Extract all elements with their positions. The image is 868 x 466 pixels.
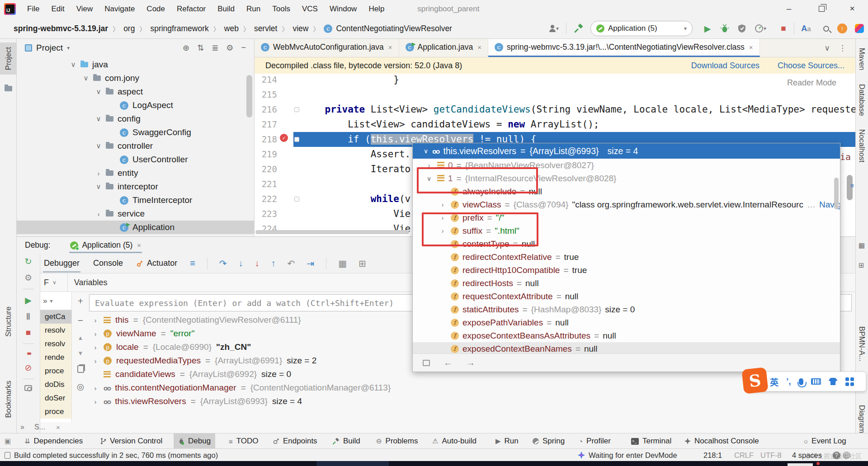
- tool-tab-bpmn[interactable]: BPMN-A...: [856, 326, 868, 362]
- tree-item-aspect[interactable]: ∨aspect: [17, 85, 254, 99]
- popup-row-contenttype[interactable]: contentType = null: [413, 237, 840, 250]
- popup-row-exposepathvariables[interactable]: exposePathVariables = null: [413, 316, 840, 329]
- menu-help[interactable]: Help: [363, 2, 390, 16]
- menu-vcs[interactable]: VCS: [296, 2, 324, 16]
- tree-item-application[interactable]: ▶Application: [17, 221, 254, 234]
- fold-marker[interactable]: [294, 137, 299, 142]
- tree-item-logaspect[interactable]: LogAspect: [17, 99, 254, 112]
- popup-row-suffix[interactable]: ›suffix = ".html": [413, 224, 840, 237]
- step-into-button[interactable]: ↓: [239, 258, 243, 268]
- variables-tab[interactable]: Variables: [74, 278, 108, 287]
- editor-hscrollbar-thumb[interactable]: [255, 230, 409, 234]
- popup-row-staticattributes[interactable]: staticAttributes = {HashMap@8033}size = …: [413, 303, 840, 316]
- stack-frame[interactable]: proce: [40, 364, 71, 378]
- tab-application[interactable]: ▶Application.java×: [399, 39, 488, 57]
- update-button[interactable]: ↑: [835, 21, 849, 36]
- menu-edit[interactable]: Edit: [45, 2, 70, 16]
- watch-contentnegotiationmanager[interactable]: ›this.contentNegotiationManager = {Conte…: [89, 381, 852, 395]
- fold-marker[interactable]: [294, 197, 299, 202]
- line-separator-indicator[interactable]: CRLF: [734, 449, 754, 461]
- choose-sources-link[interactable]: Choose Sources...: [778, 61, 844, 71]
- tab-contentnegotiatingviewresolver[interactable]: spring-webmvc-5.3.19.jar!\...\ContentNeg…: [488, 39, 760, 57]
- tree-item-java[interactable]: ∨java: [17, 58, 254, 71]
- set-value-icon[interactable]: [423, 360, 430, 366]
- popup-row-redirecthttp10compatible[interactable]: redirectHttp10Compatible = true: [413, 264, 840, 277]
- inspection-stripe-mark[interactable]: ≡: [850, 182, 854, 189]
- chevron-down-icon[interactable]: ▾: [67, 45, 70, 51]
- hide-panel-button[interactable]: −: [241, 43, 246, 53]
- debug-session-tab[interactable]: Application (5) ×: [69, 239, 142, 252]
- tool-tab-maven[interactable]: Maven: [856, 48, 868, 71]
- mute-breakpoints-button[interactable]: ⊘: [25, 362, 32, 373]
- commander-icon[interactable]: [5, 85, 12, 94]
- stop-button[interactable]: ■: [777, 21, 790, 36]
- view-breakpoints-button[interactable]: ●●: [27, 350, 30, 357]
- resume-button[interactable]: ▶: [25, 295, 32, 306]
- menu-build[interactable]: Build: [212, 2, 241, 16]
- add-watch-button[interactable]: +: [78, 296, 83, 306]
- close-tab-icon[interactable]: ×: [749, 43, 753, 51]
- tool-button-terminal[interactable]: >_Terminal: [627, 433, 676, 449]
- thread-dump-button[interactable]: [24, 385, 32, 391]
- popup-row-viewclass[interactable]: ›viewClass = {Class@7094}"class org.spri…: [413, 198, 840, 211]
- locate-file-button[interactable]: ⊕: [183, 43, 189, 53]
- overflow-icon[interactable]: »: [20, 423, 24, 431]
- menu-file[interactable]: File: [21, 2, 45, 16]
- restore-layout-button[interactable]: ⊞: [359, 258, 366, 269]
- tool-button-problems[interactable]: ⊖Problems: [372, 433, 422, 449]
- popup-header-viewresolvers[interactable]: ∨ this.viewResolvers = {ArrayList@6993}s…: [413, 143, 840, 159]
- caret-position[interactable]: 218:1: [703, 449, 722, 461]
- remove-watch-button[interactable]: −: [78, 315, 83, 326]
- tool-tab-bookmarks[interactable]: Bookmarks: [0, 381, 16, 418]
- close-tab-icon[interactable]: ×: [477, 43, 481, 51]
- layout-settings-icon[interactable]: ≡: [190, 258, 195, 268]
- stack-frame[interactable]: doSer: [40, 391, 71, 405]
- popup-row-1[interactable]: ∨1 = {InternalResourceViewResolver@8028}: [413, 172, 840, 185]
- user-profile-button[interactable]: ▾: [546, 21, 561, 36]
- debug-button[interactable]: [718, 21, 731, 36]
- menu-run[interactable]: Run: [241, 2, 266, 16]
- tree-item-controller[interactable]: ∨controller: [17, 139, 254, 153]
- popup-row-alwaysinclude[interactable]: alwaysInclude = null: [413, 185, 840, 198]
- tree-item-interceptor[interactable]: ∨interceptor: [17, 180, 254, 193]
- run-to-cursor-button[interactable]: ⇥: [307, 258, 314, 269]
- step-out-button[interactable]: ↑: [271, 258, 276, 268]
- pause-button[interactable]: Ⅱ: [26, 311, 30, 322]
- close-icon[interactable]: ×: [56, 424, 60, 431]
- tool-tab-database[interactable]: Database: [856, 84, 868, 116]
- breadcrumb-web[interactable]: web: [224, 24, 239, 33]
- tool-tab-nocalhost[interactable]: Nocalhost: [856, 129, 868, 162]
- tool-button-nocalhost-console[interactable]: Nocalhost Console: [680, 433, 764, 449]
- edit-configuration-icon[interactable]: ⚙: [24, 273, 32, 283]
- tab-actuator[interactable]: Actuator: [136, 257, 178, 270]
- reader-mode-link[interactable]: Reader Mode: [787, 78, 836, 88]
- close-session-icon[interactable]: ×: [137, 241, 141, 249]
- tab-options-icon[interactable]: ⋮: [839, 39, 846, 57]
- tool-button-spring[interactable]: Spring: [528, 433, 569, 449]
- sogou-logo-icon[interactable]: S: [741, 367, 768, 394]
- menu-code[interactable]: Code: [141, 2, 171, 16]
- devmode-status[interactable]: Waiting for enter DevMode: [578, 449, 677, 461]
- build-status-message[interactable]: Build completed successfully in 2 sec, 7…: [14, 451, 218, 460]
- breadcrumb-view[interactable]: view: [292, 24, 308, 33]
- navigate-back-icon[interactable]: ←: [443, 358, 453, 368]
- tool-tab-diagram[interactable]: Diagram: [856, 405, 868, 433]
- copy-icon[interactable]: [77, 365, 84, 373]
- minimize-button[interactable]: –: [778, 0, 799, 17]
- tool-button-profiler[interactable]: ◔Profiler: [574, 433, 615, 449]
- tool-button-version-control[interactable]: Version Control: [96, 433, 167, 449]
- build-project-button[interactable]: [571, 21, 587, 36]
- menu-tools[interactable]: Tools: [266, 2, 296, 16]
- ime-punctuation-toggle[interactable]: ’,: [786, 377, 791, 386]
- layers-icon[interactable]: ⊞: [859, 261, 864, 269]
- profiler-button[interactable]: ▾: [751, 21, 769, 36]
- tree-item-timeinterceptor[interactable]: TimeInterceptor: [17, 193, 254, 207]
- tool-button-todo[interactable]: ≡TODO: [224, 433, 263, 449]
- toolwindow-switcher-icon[interactable]: ▣: [5, 437, 11, 445]
- grid-icon[interactable]: ▦: [859, 241, 865, 249]
- breadcrumb-servlet[interactable]: servlet: [254, 24, 278, 33]
- project-scrollbar-thumb[interactable]: [246, 75, 252, 118]
- tree-item-usercontroller[interactable]: UserController: [17, 153, 254, 166]
- breadcrumb-class[interactable]: ContentNegotiatingViewResolver: [336, 24, 452, 33]
- keyboard-icon[interactable]: [811, 378, 821, 385]
